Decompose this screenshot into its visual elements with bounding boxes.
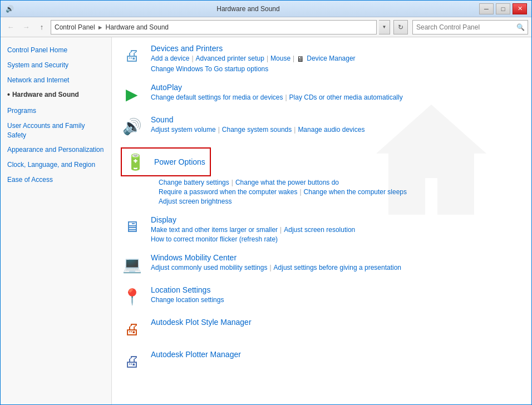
refresh-button[interactable]: ↻ — [393, 20, 408, 34]
devices-title[interactable]: Devices and Printers — [151, 44, 523, 53]
power-links-row1: Change battery settings | Change what th… — [159, 179, 523, 186]
link-device-manager[interactable]: Device Manager — [307, 55, 355, 63]
main-window: 🔊 Hardware and Sound ─ □ ✕ ← → ↑ Control… — [0, 0, 532, 405]
link-computer-sleeps[interactable]: Change when the computer sleeps — [304, 188, 407, 196]
sound-content: Sound Adjust system volume | Change syst… — [151, 115, 523, 134]
section-sound: 🔊 Sound Adjust system volume | Change sy… — [121, 115, 523, 137]
active-bullet: • — [7, 90, 10, 101]
link-screen-brightness[interactable]: Adjust screen brightness — [159, 197, 231, 205]
section-display: 🖥 Display Make text and other items larg… — [121, 215, 523, 243]
sidebar-item-network-internet[interactable]: Network and Internet — [1, 73, 111, 88]
link-monitor-flicker[interactable]: How to correct monitor flicker (refresh … — [151, 235, 278, 243]
location-title[interactable]: Location Settings — [151, 285, 523, 294]
link-manage-audio[interactable]: Manage audio devices — [298, 126, 364, 134]
breadcrumb-hardware-sound[interactable]: Hardware and Sound — [106, 23, 169, 31]
link-location-settings[interactable]: Change location settings — [151, 296, 224, 304]
autoplay-links: Change default settings for media or dev… — [151, 93, 523, 101]
sidebar: Control Panel Home System and Security N… — [1, 37, 112, 404]
search-input[interactable] — [413, 21, 513, 34]
sidebar-label-network-internet: Network and Internet — [7, 76, 69, 85]
link-mouse[interactable]: Mouse — [270, 55, 290, 63]
devices-links: Add a device | Advanced printer setup | … — [151, 55, 523, 63]
sidebar-item-programs[interactable]: Programs — [1, 103, 111, 118]
link-windows-to-go[interactable]: Change Windows To Go startup options — [151, 65, 268, 73]
sound-icon: 🔊 — [121, 115, 143, 137]
mobility-links: Adjust commonly used mobility settings |… — [151, 264, 523, 271]
main-area: Control Panel Home System and Security N… — [1, 37, 531, 404]
link-default-media[interactable]: Change default settings for media or dev… — [151, 93, 283, 101]
window-title: Hardware and Sound — [17, 5, 479, 13]
mobility-icon: 💻 — [121, 253, 143, 275]
autoplay-content: AutoPlay Change default settings for med… — [151, 83, 523, 101]
autodesk-plot-title[interactable]: Autodesk Plot Style Manager — [151, 318, 523, 327]
sidebar-item-appearance[interactable]: Appearance and Personalization — [1, 142, 111, 157]
section-autodesk-plotter: 🖨 Autodesk Plotter Manager — [121, 350, 523, 372]
display-links-row2: How to correct monitor flicker (refresh … — [151, 235, 523, 243]
devices-icon: 🖨 — [121, 44, 143, 66]
link-screen-resolution[interactable]: Adjust screen resolution — [284, 226, 355, 234]
sidebar-item-clock[interactable]: Clock, Language, and Region — [1, 157, 111, 172]
link-mobility-settings[interactable]: Adjust commonly used mobility settings — [151, 264, 267, 271]
link-require-password[interactable]: Require a password when the computer wak… — [159, 188, 297, 196]
device-manager-icon: 🖥 — [297, 55, 304, 63]
section-devices-printers: 🖨 Devices and Printers Add a device | Ad… — [121, 44, 523, 73]
search-button[interactable]: 🔍 — [513, 21, 528, 34]
power-section-wrapper: 🔋 Power Options — [121, 147, 523, 176]
link-power-buttons[interactable]: Change what the power buttons do — [235, 179, 339, 186]
power-content-inline: Power Options — [154, 157, 205, 166]
devices-content: Devices and Printers Add a device | Adva… — [151, 44, 523, 73]
sound-links: Adjust system volume | Change system sou… — [151, 126, 523, 134]
sidebar-label-control-panel-home: Control Panel Home — [7, 46, 67, 55]
section-autodesk-plot: 🖨 Autodesk Plot Style Manager — [121, 318, 523, 340]
minimize-button[interactable]: ─ — [479, 3, 494, 14]
power-title[interactable]: Power Options — [154, 157, 205, 166]
autoplay-icon: ▶ — [121, 83, 143, 105]
link-adjust-volume[interactable]: Adjust system volume — [151, 126, 216, 134]
link-play-cds[interactable]: Play CDs or other media automatically — [289, 93, 403, 101]
window-icon: 🔊 — [5, 4, 14, 13]
link-battery-settings[interactable]: Change battery settings — [159, 179, 229, 186]
sidebar-item-user-accounts[interactable]: User Accounts and Family Safety — [1, 118, 111, 143]
display-title[interactable]: Display — [151, 215, 523, 224]
link-presentation[interactable]: Adjust settings before giving a presenta… — [274, 264, 401, 271]
power-links-row3: Adjust screen brightness — [159, 197, 523, 205]
autodesk-plotter-title[interactable]: Autodesk Plotter Manager — [151, 350, 523, 359]
power-links-wrapper: Change battery settings | Change what th… — [121, 179, 523, 205]
address-dropdown[interactable]: ▼ — [379, 20, 390, 34]
display-links-row1: Make text and other items larger or smal… — [151, 226, 523, 234]
back-button[interactable]: ← — [4, 21, 17, 34]
sidebar-label-clock: Clock, Language, and Region — [7, 160, 95, 170]
power-icon: 🔋 — [124, 151, 146, 173]
forward-button[interactable]: → — [19, 21, 33, 34]
display-icon: 🖥 — [121, 215, 143, 238]
close-button[interactable]: ✕ — [513, 3, 527, 14]
content-area: 🖨 Devices and Printers Add a device | Ad… — [112, 37, 531, 404]
sidebar-label-user-accounts: User Accounts and Family Safety — [7, 121, 105, 140]
power-options-highlight-box: 🔋 Power Options — [121, 147, 211, 176]
section-mobility: 💻 Windows Mobility Center Adjust commonl… — [121, 253, 523, 275]
sidebar-item-ease-access[interactable]: Ease of Access — [1, 172, 111, 187]
up-button[interactable]: ↑ — [35, 21, 48, 34]
link-add-device[interactable]: Add a device — [151, 55, 189, 63]
address-field[interactable]: Control Panel ► Hardware and Sound — [51, 20, 377, 34]
display-content: Display Make text and other items larger… — [151, 215, 523, 243]
sound-title[interactable]: Sound — [151, 115, 523, 124]
link-text-size[interactable]: Make text and other items larger or smal… — [151, 226, 278, 234]
title-bar: 🔊 Hardware and Sound ─ □ ✕ — [1, 1, 531, 17]
sidebar-label-appearance: Appearance and Personalization — [7, 145, 104, 155]
breadcrumb-control-panel[interactable]: Control Panel — [55, 23, 95, 31]
section-location: 📍 Location Settings Change location sett… — [121, 285, 523, 308]
restore-button[interactable]: □ — [496, 3, 510, 14]
sidebar-item-control-panel-home[interactable]: Control Panel Home — [1, 43, 111, 58]
autoplay-title[interactable]: AutoPlay — [151, 83, 523, 92]
sidebar-item-system-security[interactable]: System and Security — [1, 58, 111, 73]
sidebar-item-hardware-sound: • Hardware and Sound — [1, 87, 111, 103]
location-icon: 📍 — [121, 285, 143, 308]
sidebar-label-programs: Programs — [7, 106, 36, 116]
mobility-content: Windows Mobility Center Adjust commonly … — [151, 253, 523, 271]
mobility-title[interactable]: Windows Mobility Center — [151, 253, 523, 262]
link-advanced-printer[interactable]: Advanced printer setup — [196, 55, 264, 63]
section-autoplay: ▶ AutoPlay Change default settings for m… — [121, 83, 523, 105]
link-change-sounds[interactable]: Change system sounds — [222, 126, 292, 134]
devices-extra-links: Change Windows To Go startup options — [151, 65, 523, 73]
